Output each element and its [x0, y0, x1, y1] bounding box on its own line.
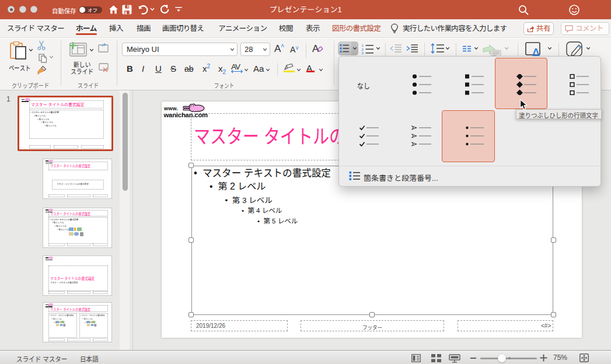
svg-text:3: 3 — [362, 51, 364, 54]
